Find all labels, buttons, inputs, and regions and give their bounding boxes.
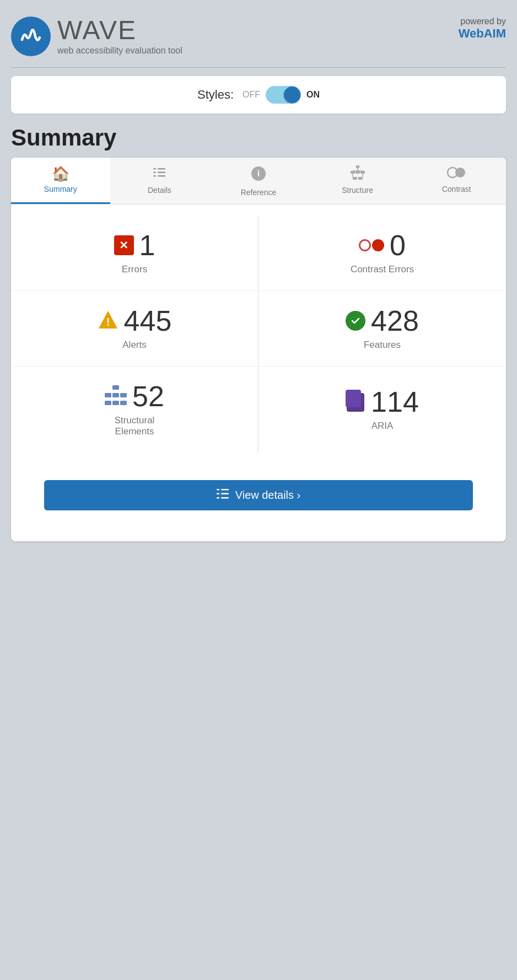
svg-rect-4	[153, 172, 156, 174]
tab-structure-label: Structure	[342, 186, 373, 195]
svg-point-19	[455, 168, 465, 177]
error-icon: ✕	[114, 235, 134, 255]
feature-icon	[346, 311, 365, 331]
structural-label: StructuralElements	[115, 415, 155, 437]
structural-icon	[105, 385, 127, 407]
tab-structure[interactable]: Structure	[308, 158, 407, 204]
aria-label: ARIA	[371, 421, 394, 432]
svg-rect-28	[112, 401, 119, 405]
features-label: Features	[364, 340, 401, 351]
page-title: Summary	[11, 125, 506, 151]
errors-top: ✕ 1	[114, 231, 155, 260]
contrast-errors-cell: 0 Contrast Errors	[258, 216, 506, 291]
structural-count: 52	[132, 382, 164, 411]
info-icon: i	[250, 165, 267, 186]
view-details-button[interactable]: View details ›	[44, 480, 473, 510]
styles-card: Styles: OFF ON	[11, 76, 506, 114]
features-count: 428	[371, 306, 419, 335]
home-icon: 🏠	[52, 165, 69, 182]
contrast-errors-top: 0	[359, 231, 406, 260]
header: WAVE web accessibility evaluation tool p…	[11, 11, 506, 64]
svg-rect-27	[105, 401, 111, 405]
aria-count: 114	[371, 387, 419, 416]
features-cell: 428 Features	[258, 291, 506, 367]
tab-summary-label: Summary	[44, 185, 77, 193]
contrast-errors-label: Contrast Errors	[351, 264, 414, 275]
tab-summary[interactable]: 🏠 Summary	[11, 158, 110, 204]
alerts-label: Alerts	[122, 340, 146, 351]
svg-text:!: !	[106, 316, 110, 328]
webaim-link[interactable]: WebAIM	[459, 26, 506, 41]
svg-rect-35	[217, 489, 219, 491]
tab-reference-label: Reference	[241, 188, 277, 197]
svg-rect-8	[356, 165, 359, 168]
errors-count: 1	[139, 231, 155, 260]
wave-logo-circle	[11, 17, 51, 56]
toggle-off-label: OFF	[243, 90, 260, 100]
svg-rect-1	[158, 172, 165, 174]
svg-rect-37	[217, 497, 219, 499]
header-divider	[11, 67, 506, 68]
styles-toggle[interactable]	[266, 86, 301, 104]
main-card: 🏠 Summary Details i	[11, 158, 506, 541]
tab-details-label: Details	[148, 186, 171, 195]
contrast-outline-circle	[359, 239, 371, 251]
logo-area: WAVE web accessibility evaluation tool	[11, 17, 182, 56]
toggle-on-label: ON	[306, 90, 320, 100]
contrast-icon	[446, 165, 466, 182]
svg-rect-13	[358, 177, 363, 180]
contrast-errors-count: 0	[390, 231, 406, 260]
list-icon	[152, 165, 166, 184]
features-top: 428	[346, 306, 419, 335]
summary-grid: ✕ 1 Errors 0 Contrast Errors	[11, 204, 506, 464]
svg-rect-32	[221, 489, 229, 491]
svg-rect-36	[217, 493, 219, 495]
errors-cell: ✕ 1 Errors	[11, 216, 258, 291]
svg-rect-29	[120, 401, 127, 405]
svg-rect-2	[158, 175, 165, 177]
logo-text-area: WAVE web accessibility evaluation tool	[57, 17, 182, 56]
alerts-cell: ! 445 Alerts	[11, 291, 258, 367]
svg-rect-31	[346, 390, 361, 407]
alerts-top: ! 445	[98, 306, 172, 335]
alert-icon: !	[98, 310, 119, 332]
svg-rect-34	[221, 497, 229, 499]
tab-details[interactable]: Details	[110, 158, 209, 204]
svg-rect-23	[112, 385, 119, 390]
wave-logo-icon	[19, 24, 43, 49]
errors-label: Errors	[122, 264, 147, 275]
tabs: 🏠 Summary Details i	[11, 158, 506, 204]
aria-top: 114	[346, 387, 419, 416]
structure-icon	[349, 165, 366, 184]
contrast-filled-circle	[372, 239, 384, 251]
powered-by: powered by WebAIM	[459, 17, 506, 41]
wave-subtitle: web accessibility evaluation tool	[57, 46, 182, 56]
structural-top: 52	[105, 382, 164, 411]
svg-rect-5	[153, 175, 156, 177]
svg-rect-3	[153, 168, 156, 170]
aria-cell: 114 ARIA	[258, 367, 506, 453]
view-details-icon	[217, 489, 229, 502]
tab-contrast-label: Contrast	[442, 185, 471, 193]
aria-icon	[346, 390, 365, 414]
svg-rect-25	[112, 393, 119, 397]
wave-title: WAVE	[57, 17, 182, 44]
contrast-errors-icon	[359, 239, 384, 251]
svg-rect-24	[105, 393, 111, 397]
tab-reference[interactable]: i Reference	[209, 158, 308, 204]
svg-rect-12	[353, 177, 357, 180]
svg-rect-26	[120, 393, 127, 397]
svg-rect-0	[158, 168, 165, 170]
svg-rect-33	[221, 493, 229, 495]
powered-by-text: powered by	[460, 17, 506, 26]
toggle-thumb	[284, 87, 300, 103]
alerts-count: 445	[124, 306, 172, 335]
styles-label: Styles:	[197, 88, 234, 102]
view-details-label: View details ›	[235, 489, 301, 502]
structural-elements-cell: 52 StructuralElements	[11, 367, 258, 453]
tab-contrast[interactable]: Contrast	[407, 158, 506, 204]
svg-text:i: i	[257, 169, 260, 178]
